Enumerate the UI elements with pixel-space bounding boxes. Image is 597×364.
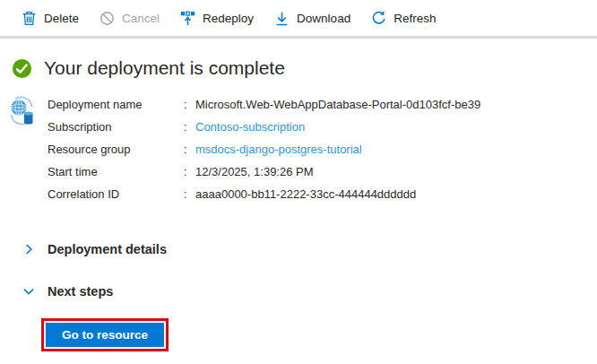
field-separator: :: [184, 93, 195, 116]
deployment-name-value: Microsoft.Web-WebAppDatabase-Portal-0d10…: [195, 93, 480, 116]
field-row-correlation-id: Correlation ID : aaaa0000-bb11-2222-33cc…: [48, 183, 480, 205]
toolbar-cancel-label: Cancel: [122, 12, 160, 25]
section-deployment-details[interactable]: Deployment details: [22, 242, 597, 256]
chevron-right-icon: [22, 243, 35, 256]
refresh-icon: [371, 11, 386, 26]
field-label: Subscription: [48, 116, 184, 138]
deployment-fields: Deployment name : Microsoft.Web-WebAppDa…: [48, 93, 480, 205]
page-title: Your deployment is complete: [44, 57, 285, 79]
command-bar: Delete Cancel Redeploy Download: [0, 0, 597, 36]
correlation-id-value: aaaa0000-bb11-2222-33cc-444444dddddd: [195, 183, 416, 205]
field-label: Resource group: [48, 138, 184, 160]
toolbar-redeploy-button[interactable]: Redeploy: [180, 11, 254, 26]
field-label: Deployment name: [48, 93, 184, 116]
toolbar-download-label: Download: [297, 12, 350, 25]
go-to-resource-button[interactable]: Go to resource: [46, 323, 164, 347]
toolbar-refresh-label: Refresh: [394, 12, 436, 25]
field-row-subscription: Subscription : Contoso-subscription: [48, 116, 480, 138]
section-deployment-details-label: Deployment details: [48, 242, 167, 256]
toolbar-redeploy-label: Redeploy: [203, 12, 254, 25]
field-row-resource-group: Resource group : msdocs-django-postgres-…: [48, 138, 480, 160]
field-row-start-time: Start time : 12/3/2025, 1:39:26 PM: [48, 160, 480, 183]
download-icon: [274, 11, 290, 26]
cancel-blocked-icon: [100, 11, 115, 26]
redeploy-icon: [180, 11, 195, 26]
trash-icon: [22, 11, 37, 26]
deployment-summary: Deployment name : Microsoft.Web-WebAppDa…: [7, 93, 597, 205]
start-time-value: 12/3/2025, 1:39:26 PM: [195, 160, 314, 183]
toolbar-refresh-button[interactable]: Refresh: [371, 11, 436, 26]
highlight-box: Go to resource: [41, 318, 169, 351]
resource-group-link[interactable]: msdocs-django-postgres-tutorial: [195, 138, 362, 160]
deployment-resource-icon: [7, 96, 36, 126]
toolbar-divider: [0, 36, 597, 39]
field-separator: :: [184, 183, 195, 205]
field-separator: :: [184, 160, 195, 183]
field-label: Correlation ID: [48, 183, 184, 205]
field-row-deployment-name: Deployment name : Microsoft.Web-WebAppDa…: [48, 93, 480, 116]
toolbar-download-button[interactable]: Download: [274, 11, 350, 26]
deployment-status-header: Your deployment is complete: [12, 57, 597, 79]
field-separator: :: [184, 116, 195, 138]
success-check-icon: [12, 58, 32, 79]
section-next-steps-label: Next steps: [48, 284, 113, 299]
field-label: Start time: [48, 160, 184, 183]
subscription-link[interactable]: Contoso-subscription: [195, 116, 305, 138]
field-separator: :: [184, 138, 195, 160]
toolbar-delete-label: Delete: [44, 12, 79, 25]
section-next-steps[interactable]: Next steps: [22, 284, 597, 299]
toolbar-cancel-button[interactable]: Cancel: [100, 11, 160, 26]
chevron-down-icon: [22, 285, 35, 298]
toolbar-delete-button[interactable]: Delete: [22, 11, 79, 26]
